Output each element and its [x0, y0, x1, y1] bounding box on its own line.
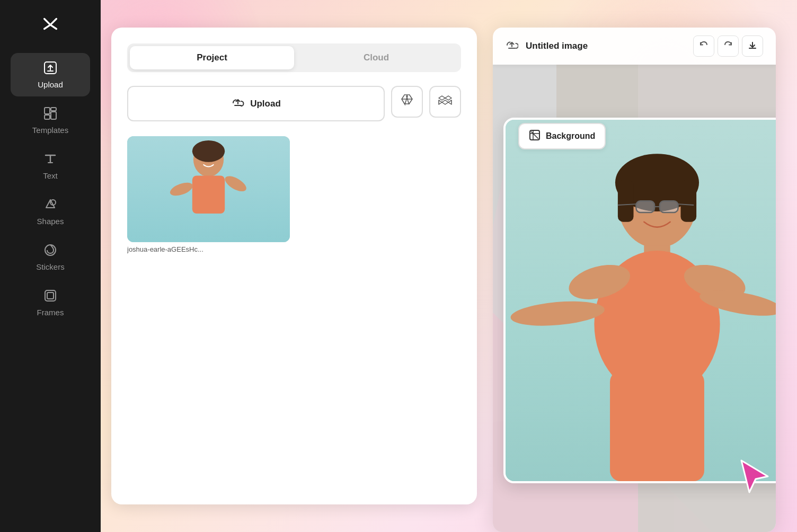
media-item[interactable]: joshua-earle-aGEEsHc... [127, 136, 290, 253]
export-icon [748, 40, 757, 52]
svg-rect-5 [45, 115, 50, 119]
tab-project[interactable]: Project [130, 46, 294, 69]
svg-rect-36 [660, 201, 678, 212]
sidebar-item-label: Shapes [37, 217, 64, 226]
svg-rect-4 [51, 112, 56, 119]
background-button[interactable]: Background [518, 123, 606, 149]
cursor-arrow [739, 458, 771, 490]
stickers-icon [43, 243, 58, 259]
shapes-icon [43, 197, 58, 214]
templates-icon [43, 106, 58, 122]
svg-rect-3 [51, 108, 56, 111]
sidebar-item-label: Frames [37, 308, 64, 317]
sidebar-item-stickers[interactable]: Stickers [11, 235, 90, 279]
sidebar-item-shapes[interactable]: Shapes [11, 190, 90, 233]
export-button[interactable] [742, 36, 763, 57]
frames-icon [43, 288, 58, 305]
undo-icon [699, 40, 709, 52]
upload-button[interactable]: Upload [127, 86, 385, 121]
canvas-main-image[interactable] [503, 118, 776, 483]
dropbox-icon [438, 94, 452, 110]
sidebar-item-label: Text [43, 171, 58, 180]
canvas-actions [693, 36, 763, 57]
svg-rect-13 [192, 175, 225, 214]
upload-panel: Project Cloud Upload [111, 28, 477, 504]
svg-rect-9 [47, 292, 54, 299]
app-logo [37, 11, 64, 37]
upload-buttons-row: Upload [127, 86, 461, 121]
text-icon [43, 152, 58, 168]
svg-rect-35 [636, 201, 654, 212]
svg-rect-46 [610, 371, 704, 481]
upload-to-cloud-icon [506, 39, 518, 54]
background-button-label: Background [546, 131, 595, 141]
sidebar: Upload Templates Text [0, 0, 101, 532]
background-icon [529, 129, 541, 143]
media-grid: joshua-earle-aGEEsHc... [127, 136, 461, 253]
upload-button-label: Upload [250, 99, 281, 109]
content-area: Project Cloud Upload [101, 0, 797, 532]
thumbnail-image [127, 136, 290, 242]
redo-button[interactable] [718, 36, 739, 57]
dropbox-button[interactable] [429, 86, 461, 118]
media-filename: joshua-earle-aGEEsHc... [127, 245, 290, 253]
undo-button[interactable] [693, 36, 714, 57]
canvas-panel: Untitled image [493, 28, 776, 532]
sidebar-item-frames[interactable]: Frames [11, 281, 90, 324]
upload-cloud-icon [231, 95, 245, 112]
canvas-title: Untitled image [526, 41, 686, 51]
sidebar-item-label: Upload [38, 80, 63, 89]
media-thumbnail [127, 136, 290, 242]
redo-icon [723, 40, 733, 52]
sidebar-item-upload[interactable]: Upload [11, 53, 90, 96]
svg-rect-2 [45, 108, 50, 114]
svg-rect-34 [680, 180, 696, 222]
upload-icon [43, 60, 58, 77]
google-drive-button[interactable] [391, 86, 423, 118]
google-drive-icon [400, 94, 414, 110]
panel-tabs: Project Cloud [127, 43, 461, 72]
sidebar-item-label: Stickers [36, 262, 64, 271]
svg-rect-33 [618, 180, 634, 222]
sidebar-item-text[interactable]: Text [11, 144, 90, 188]
sidebar-item-label: Templates [32, 126, 68, 135]
sidebar-item-templates[interactable]: Templates [11, 99, 90, 142]
tab-cloud[interactable]: Cloud [294, 46, 458, 69]
svg-point-12 [192, 140, 225, 162]
canvas-top-bar: Untitled image [493, 28, 776, 65]
